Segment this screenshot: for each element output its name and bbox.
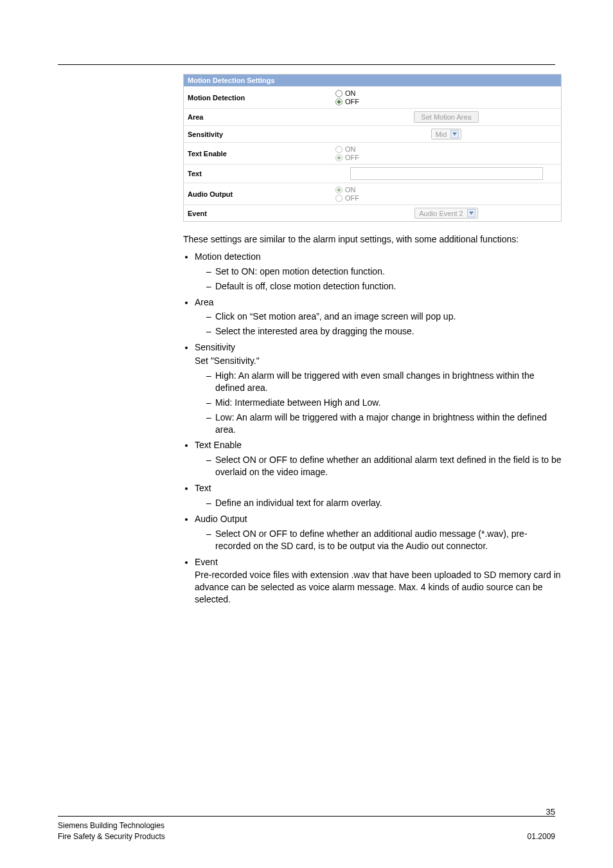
sensitivity-note: Set "Sensitivity." <box>195 355 562 367</box>
motion-detection-settings-panel: Motion Detection Settings Motion Detecti… <box>183 74 562 222</box>
label-audio-output: Audio Output <box>184 190 332 198</box>
radio-label: OFF <box>345 154 359 161</box>
bullet-event: Event Pre-recorded voice files with exte… <box>195 556 562 606</box>
intro-paragraph: These settings are similar to the alarm … <box>183 233 562 246</box>
svg-marker-1 <box>469 212 474 215</box>
sub-bullet: Default is off, close motion detection f… <box>206 280 562 293</box>
radio-label: OFF <box>345 98 359 105</box>
label-event: Event <box>184 210 332 217</box>
sub-bullet: Select ON or OFF to define whether an ad… <box>206 528 562 552</box>
radio-label: ON <box>345 186 356 194</box>
select-value: Audio Event 2 <box>419 210 463 217</box>
footer-left-1: Siemens Building Technologies <box>58 820 164 831</box>
event-note: Pre-recorded voice files with extension … <box>195 569 562 606</box>
bullet-text: Text Define an individual text for alarm… <box>195 482 562 509</box>
audio-output-off-radio[interactable]: OFF <box>335 194 557 202</box>
radio-label: OFF <box>345 194 359 202</box>
sub-bullet: Low: An alarm will be triggered with a m… <box>206 411 562 436</box>
footer-right-2: 01.2009 <box>528 831 555 842</box>
row-text-enable: Text Enable ON OFF <box>184 142 561 164</box>
chevron-down-icon <box>467 209 475 217</box>
radio-icon <box>335 186 342 194</box>
sub-bullet: Select the interested area by dragging t… <box>206 325 562 338</box>
page-footer: Siemens Building Technologies Fire Safet… <box>58 816 555 842</box>
text-enable-on-radio[interactable]: ON <box>335 145 557 153</box>
row-motion-detection: Motion Detection ON OFF <box>184 86 561 108</box>
row-audio-output: Audio Output ON OFF <box>184 183 561 204</box>
event-select[interactable]: Audio Event 2 <box>414 208 478 219</box>
bullet-title: Audio Output <box>195 514 247 524</box>
bullet-title: Text <box>195 483 211 493</box>
row-area: Area Set Motion Area <box>184 108 561 125</box>
row-sensitivity: Sensitivity Mid <box>184 125 561 142</box>
sub-bullet: Define an individual text for alarm over… <box>206 497 562 509</box>
select-value: Mid <box>436 131 447 138</box>
bullet-area: Area Click on “Set motion area”, and an … <box>195 296 562 338</box>
sensitivity-select[interactable]: Mid <box>431 129 462 140</box>
sub-bullet: Set to ON: open motion detection functio… <box>206 266 562 278</box>
panel-title: Motion Detection Settings <box>184 75 561 86</box>
svg-marker-0 <box>452 132 457 136</box>
label-area: Area <box>184 113 332 121</box>
bullet-text-enable: Text Enable Select ON or OFF to define w… <box>195 439 562 478</box>
sub-bullet: Mid: Intermediate between High and Low. <box>206 397 562 409</box>
top-rule <box>58 64 555 65</box>
bullet-audio-output: Audio Output Select ON or OFF to define … <box>195 513 562 552</box>
radio-icon <box>335 146 342 153</box>
radio-icon <box>335 90 342 97</box>
bullet-title: Motion detection <box>195 251 261 262</box>
footer-left-2: Fire Safety & Security Products <box>58 831 165 842</box>
motion-detection-off-radio[interactable]: OFF <box>335 98 557 105</box>
footer-rule <box>58 816 555 817</box>
label-text: Text <box>184 170 332 177</box>
bullet-title: Text Enable <box>195 440 242 450</box>
row-text: Text <box>184 164 561 183</box>
bullet-sensitivity: Sensitivity Set "Sensitivity." High: An … <box>195 341 562 435</box>
body-text: These settings are similar to the alarm … <box>183 233 562 606</box>
radio-label: ON <box>345 89 356 97</box>
motion-detection-on-radio[interactable]: ON <box>335 89 557 97</box>
radio-icon <box>335 154 342 161</box>
set-motion-area-button[interactable]: Set Motion Area <box>414 111 478 123</box>
row-event: Event Audio Event 2 <box>184 204 561 221</box>
page-number: 35 <box>546 807 555 817</box>
sub-bullet: High: An alarm will be triggered with ev… <box>206 370 562 394</box>
radio-label: ON <box>345 145 356 153</box>
chevron-down-icon <box>450 130 459 138</box>
bullet-title: Sensitivity <box>195 342 235 352</box>
sub-bullet: Select ON or OFF to define whether an ad… <box>206 454 562 478</box>
text-enable-off-radio[interactable]: OFF <box>335 154 557 161</box>
sub-bullet: Click on “Set motion area”, and an image… <box>206 311 562 323</box>
label-motion-detection: Motion Detection <box>184 94 332 102</box>
bullet-motion-detection: Motion detection Set to ON: open motion … <box>195 251 562 293</box>
bullet-title: Area <box>195 297 214 307</box>
radio-icon <box>335 195 342 202</box>
text-input[interactable] <box>350 167 543 180</box>
label-text-enable: Text Enable <box>184 150 332 158</box>
label-sensitivity: Sensitivity <box>184 131 332 138</box>
bullet-title: Event <box>195 557 218 567</box>
radio-icon <box>335 98 342 105</box>
audio-output-on-radio[interactable]: ON <box>335 186 557 194</box>
